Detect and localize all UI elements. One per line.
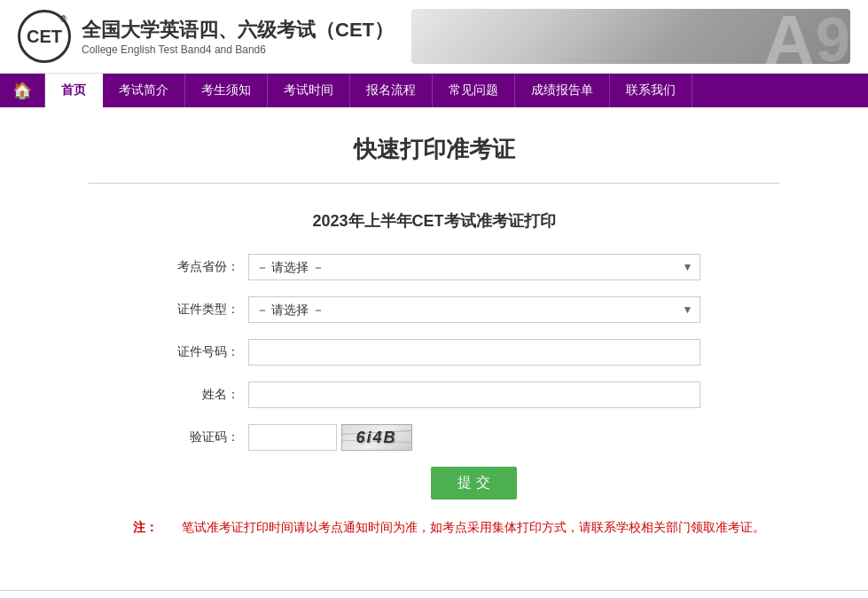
id-type-row: 证件类型： － 请选择 － 居民身份证 护照 ▼ [168, 296, 700, 323]
nav-item-time[interactable]: 考试时间 [268, 74, 350, 107]
id-number-label: 证件号码： [168, 344, 239, 360]
captcha-row: 验证码： 6i4B [168, 424, 700, 451]
submit-button[interactable]: 提 交 [431, 467, 516, 500]
province-select[interactable]: － 请选择 － 北京 上海 广东 [248, 254, 700, 280]
captcha-image[interactable]: 6i4B [341, 424, 412, 451]
note-text [161, 520, 178, 534]
note-content: 笔试准考证打印时间请以考点通知时间为准，如考点采用集体打印方式，请联系学校相关部… [182, 520, 765, 534]
nav-item-faq[interactable]: 常见问题 [433, 74, 515, 107]
id-number-row: 证件号码： [168, 339, 700, 366]
footer: ©2023 教育部教育考试院 版权所有 (Powered by :D5144D5… [0, 590, 868, 598]
note-section: 注： 笔试准考证打印时间请以考点通知时间为准，如考点采用集体打印方式，请联系学校… [133, 517, 779, 537]
id-type-select-wrapper: － 请选择 － 居民身份证 护照 ▼ [248, 296, 700, 323]
captcha-label: 验证码： [168, 429, 239, 445]
name-input[interactable] [248, 382, 700, 408]
nav-home-icon[interactable]: 🏠 [0, 74, 45, 107]
name-label: 姓名： [168, 387, 239, 403]
form-subtitle: 2023年上半年CET考试准考证打印 [168, 210, 700, 232]
submit-row: 提 交 [248, 467, 700, 500]
captcha-input[interactable] [248, 424, 337, 451]
province-label: 考点省份： [168, 259, 239, 275]
note-label: 注： [133, 520, 158, 534]
divider [89, 183, 779, 184]
logo-tm: ® [60, 14, 66, 24]
nav-item-notice[interactable]: 考生须知 [185, 74, 268, 107]
site-title-en: College English Test Band4 and Band6 [82, 43, 394, 56]
logo-text-area: 全国大学英语四、六级考试（CET） College English Test B… [82, 17, 394, 56]
nav-item-home[interactable]: 首页 [45, 74, 103, 107]
nav-item-contact[interactable]: 联系我们 [610, 74, 692, 107]
nav-item-registration[interactable]: 报名流程 [350, 74, 433, 107]
logo-area: CET ® 全国大学英语四、六级考试（CET） College English … [18, 10, 394, 63]
id-type-label: 证件类型： [168, 302, 239, 318]
navigation: 🏠 首页 考试简介 考生须知 考试时间 报名流程 常见问题 成绩报告单 联系我们 [0, 74, 868, 107]
id-type-select[interactable]: － 请选择 － 居民身份证 护照 [248, 296, 700, 323]
header-background [411, 9, 850, 64]
main-content: 快速打印准考证 2023年上半年CET考试准考证打印 考点省份： － 请选择 －… [0, 107, 868, 590]
nav-item-report[interactable]: 成绩报告单 [515, 74, 610, 107]
logo-icon: CET ® [18, 10, 71, 63]
site-title-cn: 全国大学英语四、六级考试（CET） [82, 17, 394, 43]
captcha-text: 6i4B [356, 429, 396, 447]
header: CET ® 全国大学英语四、六级考试（CET） College English … [0, 0, 868, 74]
nav-item-intro[interactable]: 考试简介 [103, 74, 185, 107]
id-number-input[interactable] [248, 339, 700, 366]
province-row: 考点省份： － 请选择 － 北京 上海 广东 ▼ [168, 254, 700, 280]
page-title: 快速打印准考证 [18, 134, 850, 165]
name-row: 姓名： [168, 382, 700, 408]
home-icon: 🏠 [12, 81, 32, 100]
form-container: 2023年上半年CET考试准考证打印 考点省份： － 请选择 － 北京 上海 广… [168, 210, 700, 500]
province-select-wrapper: － 请选择 － 北京 上海 广东 ▼ [248, 254, 700, 280]
logo-text: CET [27, 27, 62, 47]
